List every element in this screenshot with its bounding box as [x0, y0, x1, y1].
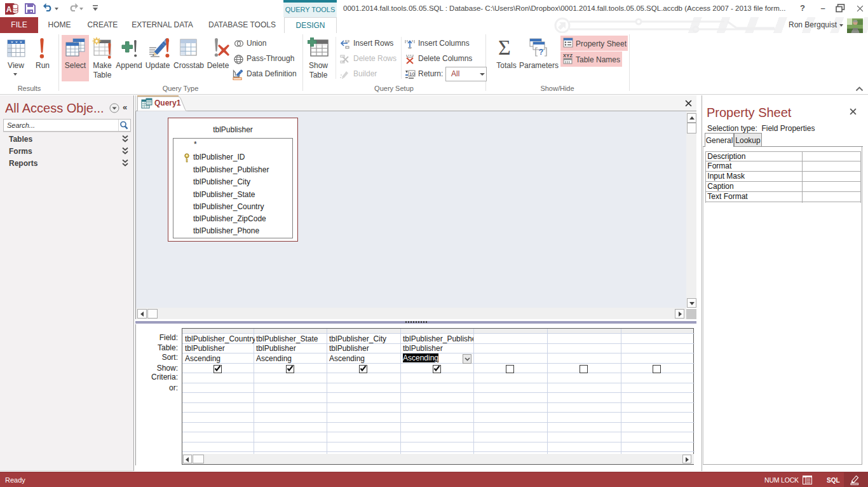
svg-text:10: 10	[409, 71, 415, 77]
svg-text:A: A	[6, 5, 12, 14]
svg-text:XYZ: XYZ	[563, 53, 573, 58]
svg-text:?: ?	[539, 48, 543, 57]
